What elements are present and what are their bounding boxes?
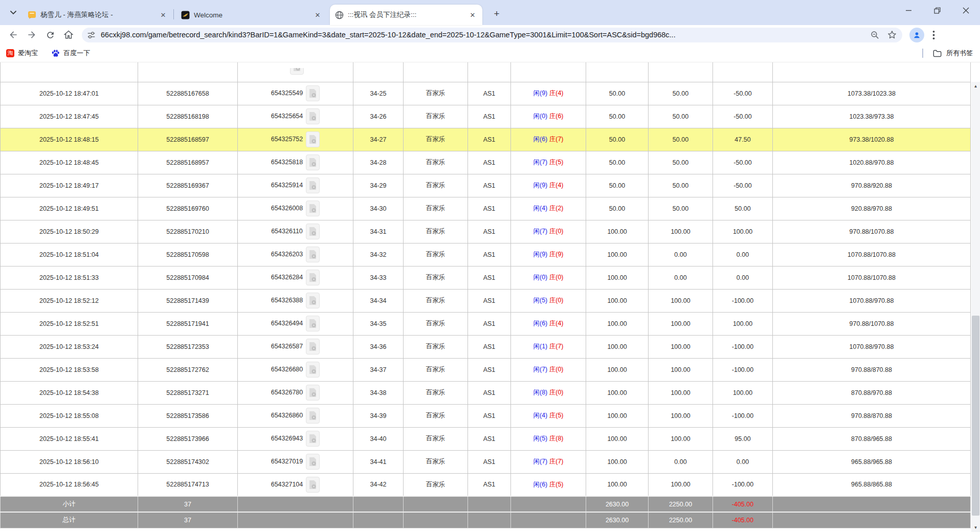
cell-round: 34-37	[353, 358, 404, 381]
cell-bet-amount-link[interactable]: 100.00	[586, 243, 649, 266]
home-icon[interactable]	[59, 27, 78, 43]
cell-balance: 1073.38/1023.38	[773, 82, 971, 105]
video-record-icon[interactable]	[306, 108, 320, 124]
video-record-icon[interactable]	[306, 293, 320, 308]
cell-bet-amount-link[interactable]: 100.00	[586, 335, 649, 358]
cell-bet-amount-link[interactable]: 50.00	[586, 82, 649, 105]
cell-bet-amount-link[interactable]: 50.00	[586, 105, 649, 128]
address-bar[interactable]: 66cxkj98.com/game/betrecord_search/kind3…	[82, 28, 902, 42]
video-record-icon[interactable]	[306, 408, 320, 424]
cell-valid-amount: 0.00	[649, 266, 713, 289]
close-icon[interactable]: ✕	[313, 10, 322, 19]
cell-empty	[468, 62, 511, 82]
tab-bet-record[interactable]: :::视讯 会员下注纪录::: ✕	[330, 5, 482, 25]
profile-avatar[interactable]	[909, 28, 924, 42]
video-record-icon[interactable]	[306, 178, 320, 193]
vertical-scrollbar[interactable]: ▲ ▼	[971, 82, 980, 532]
site-settings-icon[interactable]	[87, 31, 96, 39]
cell-round: 34-26	[353, 105, 404, 128]
video-record-icon[interactable]	[306, 385, 320, 401]
cell-game-id: 654326860	[238, 404, 353, 427]
video-record-icon[interactable]	[306, 477, 320, 493]
cell-bet-amount-link[interactable]: 50.00	[586, 151, 649, 174]
video-record-icon[interactable]	[290, 68, 304, 75]
back-icon[interactable]	[4, 27, 23, 43]
cell-bet-amount-link[interactable]: 100.00	[586, 427, 649, 450]
tab-forum[interactable]: 杨雪儿 - 海燕策略论坛 - ✕	[23, 5, 173, 25]
cell-bet-time: 2025-10-12 18:53:24	[1, 335, 138, 358]
new-tab-button[interactable]: +	[490, 7, 503, 20]
zoom-icon[interactable]	[870, 30, 880, 40]
cell-bet-amount-link[interactable]: 100.00	[586, 473, 649, 496]
video-record-icon[interactable]	[306, 270, 320, 285]
video-record-icon[interactable]	[306, 454, 320, 470]
video-record-icon[interactable]	[306, 339, 320, 354]
video-record-icon[interactable]	[306, 85, 320, 101]
cell-bet-amount-link[interactable]: 100.00	[586, 358, 649, 381]
cell-order-id: 522885170210	[138, 220, 238, 243]
tab-search-chevron-icon[interactable]	[6, 7, 20, 18]
bet-banker: 庄(5)	[549, 412, 564, 419]
cell-game-name: 百家乐	[404, 450, 468, 473]
cell-balance: 1070.88/970.88	[773, 335, 971, 358]
game-id-text: 654327019	[271, 458, 303, 465]
cell-bet-amount-link[interactable]: 50.00	[586, 197, 649, 220]
close-icon[interactable]: ✕	[468, 10, 477, 19]
bookmark-aitaobao[interactable]: 淘 爱淘宝	[6, 49, 38, 58]
tab-welcome[interactable]: Welcome ✕	[176, 5, 327, 25]
reload-icon[interactable]	[41, 27, 59, 43]
table-row: 2025-10-12 18:51:04522885170598654326203…	[1, 243, 971, 266]
game-id-text: 654326680	[271, 366, 303, 373]
cell-bet-amount-link[interactable]: 100.00	[586, 381, 649, 404]
cell-bet-amount-link[interactable]: 100.00	[586, 220, 649, 243]
cell-game-id: 654326780	[238, 381, 353, 404]
scroll-up-icon[interactable]: ▲	[971, 82, 980, 91]
bookmark-baidu[interactable]: 百度一下	[51, 49, 90, 58]
close-icon[interactable]: ✕	[159, 10, 168, 19]
forward-icon[interactable]	[23, 27, 41, 43]
cell-valid-amount: 50.00	[649, 82, 713, 105]
all-bookmarks-button[interactable]: 所有书签	[922, 49, 973, 58]
scroll-down-icon[interactable]: ▼	[971, 523, 980, 532]
game-id-text: 654326780	[271, 389, 303, 396]
cell-bet-time: 2025-10-12 18:50:29	[1, 220, 138, 243]
video-record-icon[interactable]	[306, 201, 320, 216]
cell-table-name: AS1	[468, 335, 511, 358]
tab-title: :::视讯 会员下注纪录:::	[348, 10, 464, 19]
bet-record-page: 2025-10-12 18:47:01522885167658654325549…	[0, 62, 980, 532]
cell-bet-amount-link[interactable]: 100.00	[586, 312, 649, 335]
scrollbar-thumb[interactable]	[972, 316, 979, 516]
cell-bet-amount-link[interactable]: 100.00	[586, 266, 649, 289]
cell-bet-time: 2025-10-12 18:51:04	[1, 243, 138, 266]
window-restore-button[interactable]	[923, 0, 951, 20]
video-record-icon[interactable]	[306, 131, 320, 147]
cell-bet-amount-link[interactable]: 100.00	[586, 450, 649, 473]
cell-bet-detail: 闲(7) 庄(5)	[511, 151, 586, 174]
bookmark-star-icon[interactable]	[887, 30, 897, 40]
bet-banker: 庄(9)	[549, 251, 564, 258]
video-record-icon[interactable]	[306, 154, 320, 170]
table-row: 2025-10-12 18:53:24522885172353654326587…	[1, 335, 971, 358]
cell-valid-amount: 50.00	[649, 128, 713, 151]
cell-bet-amount-link[interactable]: 50.00	[586, 128, 649, 151]
bet-player: 闲(6)	[533, 320, 547, 327]
video-record-icon[interactable]	[306, 362, 320, 378]
bet-player: 闲(4)	[533, 205, 547, 212]
menu-dots-icon[interactable]	[932, 30, 935, 40]
cell-bet-amount-link[interactable]: 100.00	[586, 404, 649, 427]
bet-banker: 庄(7)	[549, 136, 564, 143]
cell-valid-amount: 100.00	[649, 220, 713, 243]
video-record-icon[interactable]	[306, 247, 320, 262]
cell-balance: 1023.38/973.38	[773, 105, 971, 128]
cell-balance: 870.88/970.88	[773, 381, 971, 404]
cell-game-name: 百家乐	[404, 289, 468, 312]
video-record-icon[interactable]	[306, 224, 320, 239]
window-close-button[interactable]	[951, 0, 980, 20]
bet-player: 闲(6)	[533, 481, 547, 488]
window-minimize-button[interactable]	[894, 0, 923, 20]
cell-bet-amount-link[interactable]: 100.00	[586, 289, 649, 312]
cell-empty	[511, 62, 586, 82]
video-record-icon[interactable]	[306, 316, 320, 331]
video-record-icon[interactable]	[306, 431, 320, 447]
cell-bet-amount-link[interactable]: 50.00	[586, 174, 649, 197]
